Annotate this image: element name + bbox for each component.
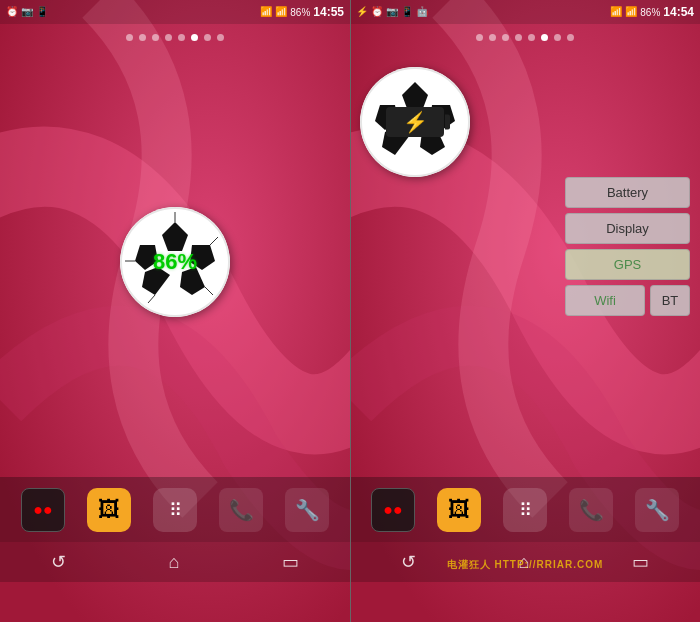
dock-phone-left[interactable]: 📞 bbox=[219, 488, 263, 532]
battery-percentage-text: 86% bbox=[120, 207, 230, 317]
dot-7 bbox=[204, 34, 211, 41]
wifi-menu-btn[interactable]: Wifi bbox=[565, 285, 645, 316]
recent-button-right[interactable]: ▭ bbox=[632, 551, 649, 573]
left-screen: ⏰ 📷 📱 📶 📶 86% 14:55 bbox=[0, 0, 350, 622]
dock-camera-left[interactable]: ●● bbox=[21, 488, 65, 532]
dot-4 bbox=[165, 34, 172, 41]
battery-tip bbox=[445, 115, 450, 130]
soccer-battery-widget[interactable]: 86% bbox=[120, 207, 230, 317]
dock-camera-right[interactable]: ●● bbox=[371, 488, 415, 532]
battery-pct-right: 86% bbox=[640, 7, 660, 18]
android-icon-right: 🤖 bbox=[416, 7, 428, 17]
battery-menu-btn[interactable]: Battery bbox=[565, 177, 690, 208]
camera-icon-right: 📷 bbox=[386, 7, 398, 17]
left-dock: ●● 🖼 ⠿ 📞 🔧 bbox=[0, 477, 350, 542]
watermark: 电灌狂人 HTTP://RRIAR.COM bbox=[447, 558, 604, 572]
wifi-icon-left: 📶 bbox=[260, 7, 272, 17]
dot-8 bbox=[217, 34, 224, 41]
usb-icon-right: ⚡ bbox=[356, 7, 368, 17]
dot-6-active bbox=[191, 34, 198, 41]
bt-menu-btn[interactable]: BT bbox=[650, 285, 690, 316]
left-widget-area: 86% bbox=[0, 47, 350, 477]
rdot-2 bbox=[489, 34, 496, 41]
dot-5 bbox=[178, 34, 185, 41]
dot-2 bbox=[139, 34, 146, 41]
right-status-right: 📶 📶 86% 14:54 bbox=[610, 5, 694, 19]
phone-icon-right: 📱 bbox=[401, 7, 413, 17]
alarm-icon-right: ⏰ bbox=[371, 7, 383, 17]
right-status-bar: ⚡ ⏰ 📷 📱 🤖 📶 📶 86% 14:54 bbox=[350, 0, 700, 24]
dock-phone-right[interactable]: 📞 bbox=[569, 488, 613, 532]
time-left: 14:55 bbox=[313, 5, 344, 19]
rdot-5 bbox=[528, 34, 535, 41]
right-soccer-widget[interactable]: ⚡ bbox=[360, 67, 470, 177]
wifi-bt-row: Wifi BT bbox=[565, 285, 690, 316]
dock-apps-right[interactable]: ⠿ bbox=[503, 488, 547, 532]
recent-button-left[interactable]: ▭ bbox=[282, 551, 299, 573]
right-screen: ⚡ ⏰ 📷 📱 🤖 📶 📶 86% 14:54 bbox=[350, 0, 700, 622]
battery-lightning-icon: ⚡ bbox=[403, 110, 428, 134]
popup-menu: Battery Display GPS Wifi BT bbox=[565, 177, 690, 316]
dot-3 bbox=[152, 34, 159, 41]
display-menu-btn[interactable]: Display bbox=[565, 213, 690, 244]
phone-icon-left: 📱 bbox=[36, 7, 48, 17]
right-soccer-ball: ⚡ bbox=[360, 67, 470, 177]
right-widget-area: ⚡ Battery Display GPS Wifi BT bbox=[350, 47, 700, 477]
left-status-icons: ⏰ 📷 📱 bbox=[6, 7, 48, 17]
camera-icon-left: 📷 bbox=[21, 7, 33, 17]
signal-icon-right: 📶 bbox=[625, 7, 637, 17]
right-status-icons: ⚡ ⏰ 📷 📱 🤖 bbox=[356, 7, 428, 17]
rdot-4 bbox=[515, 34, 522, 41]
right-page-dots bbox=[350, 24, 700, 47]
left-status-bar: ⏰ 📷 📱 📶 📶 86% 14:55 bbox=[0, 0, 350, 24]
back-button-left[interactable]: ↺ bbox=[51, 551, 66, 573]
signal-icon-left: 📶 bbox=[275, 7, 287, 17]
wifi-icon-right: 📶 bbox=[610, 7, 622, 17]
gps-menu-btn[interactable]: GPS bbox=[565, 249, 690, 280]
battery-pct-left: 86% bbox=[290, 7, 310, 18]
left-status-right: 📶 📶 86% 14:55 bbox=[260, 5, 344, 19]
screen-divider bbox=[350, 0, 351, 622]
dock-apps-left[interactable]: ⠿ bbox=[153, 488, 197, 532]
left-page-dots bbox=[0, 24, 350, 47]
rdot-3 bbox=[502, 34, 509, 41]
left-nav-bar: ↺ ⌂ ▭ bbox=[0, 542, 350, 582]
battery-body: ⚡ bbox=[386, 107, 444, 137]
time-right: 14:54 bbox=[663, 5, 694, 19]
rdot-6-active bbox=[541, 34, 548, 41]
dock-settings-left[interactable]: 🔧 bbox=[285, 488, 329, 532]
dock-settings-right[interactable]: 🔧 bbox=[635, 488, 679, 532]
soccer-ball: 86% bbox=[120, 207, 230, 317]
rdot-1 bbox=[476, 34, 483, 41]
rdot-7 bbox=[554, 34, 561, 41]
right-dock: ●● 🖼 ⠿ 📞 🔧 bbox=[350, 477, 700, 542]
dock-gallery-left[interactable]: 🖼 bbox=[87, 488, 131, 532]
back-button-right[interactable]: ↺ bbox=[401, 551, 416, 573]
alarm-icon-left: ⏰ bbox=[6, 7, 18, 17]
rdot-8 bbox=[567, 34, 574, 41]
dock-gallery-right[interactable]: 🖼 bbox=[437, 488, 481, 532]
battery-icon-overlay: ⚡ bbox=[360, 67, 470, 177]
home-button-left[interactable]: ⌂ bbox=[169, 552, 180, 573]
dot-1 bbox=[126, 34, 133, 41]
